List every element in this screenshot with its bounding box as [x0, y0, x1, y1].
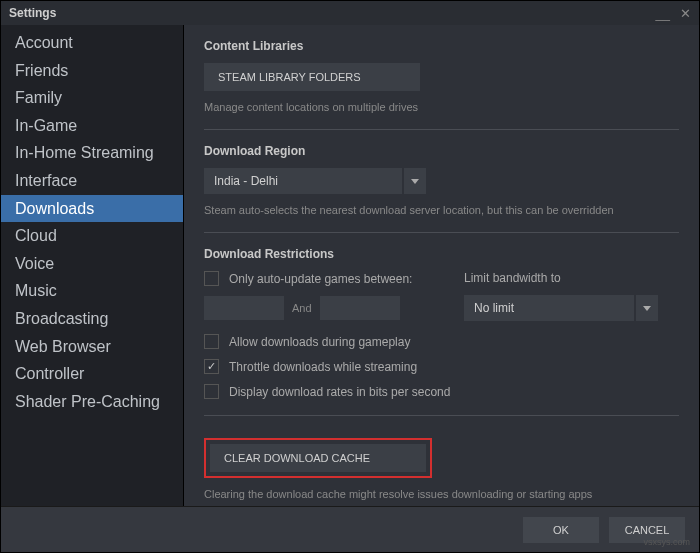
sidebar-item-in-game[interactable]: In-Game: [1, 112, 183, 140]
window-title: Settings: [9, 6, 56, 20]
download-region-select[interactable]: India - Delhi: [204, 168, 679, 194]
throttle-streaming-checkbox[interactable]: [204, 359, 219, 374]
steam-library-folders-button[interactable]: STEAM LIBRARY FOLDERS: [204, 63, 420, 91]
content-libraries-hint: Manage content locations on multiple dri…: [204, 101, 679, 113]
titlebar: Settings __ ✕: [1, 1, 699, 25]
sidebar-item-family[interactable]: Family: [1, 84, 183, 112]
divider: [204, 415, 679, 416]
allow-gameplay-row: Allow downloads during gameplay: [204, 334, 679, 349]
sidebar-item-downloads[interactable]: Downloads: [1, 195, 183, 223]
watermark: vsxsys.com: [643, 537, 690, 547]
minimize-icon[interactable]: __: [656, 6, 670, 21]
download-region-hint: Steam auto-selects the nearest download …: [204, 204, 679, 216]
auto-update-row: Only auto-update games between:: [204, 271, 434, 286]
sidebar-item-friends[interactable]: Friends: [1, 57, 183, 85]
allow-gameplay-checkbox[interactable]: [204, 334, 219, 349]
sidebar-item-in-home-streaming[interactable]: In-Home Streaming: [1, 139, 183, 167]
chevron-down-icon: [411, 179, 419, 184]
divider: [204, 232, 679, 233]
window-controls: __ ✕: [656, 6, 691, 21]
time-range-row: And: [204, 296, 434, 320]
footer: OK CANCEL: [1, 506, 699, 552]
download-region-value[interactable]: India - Delhi: [204, 168, 402, 194]
bandwidth-select[interactable]: No limit: [464, 295, 679, 321]
sidebar: Account Friends Family In-Game In-Home S…: [1, 25, 184, 506]
restrictions-row: Only auto-update games between: And Limi…: [204, 271, 679, 334]
throttle-streaming-label: Throttle downloads while streaming: [229, 360, 417, 374]
close-icon[interactable]: ✕: [680, 6, 691, 21]
sidebar-item-web-browser[interactable]: Web Browser: [1, 333, 183, 361]
chevron-down-icon: [643, 306, 651, 311]
sidebar-item-account[interactable]: Account: [1, 29, 183, 57]
content-area: Account Friends Family In-Game In-Home S…: [1, 25, 699, 506]
display-bits-label: Display download rates in bits per secon…: [229, 385, 450, 399]
time-end-input[interactable]: [320, 296, 400, 320]
sidebar-item-music[interactable]: Music: [1, 277, 183, 305]
download-region-title: Download Region: [204, 144, 679, 158]
and-label: And: [292, 302, 312, 314]
ok-button[interactable]: OK: [523, 517, 599, 543]
allow-gameplay-label: Allow downloads during gameplay: [229, 335, 410, 349]
display-bits-checkbox[interactable]: [204, 384, 219, 399]
content-libraries-title: Content Libraries: [204, 39, 679, 53]
main-panel: Content Libraries STEAM LIBRARY FOLDERS …: [184, 25, 699, 506]
download-region-dropdown-button[interactable]: [404, 168, 426, 194]
time-start-input[interactable]: [204, 296, 284, 320]
download-restrictions-title: Download Restrictions: [204, 247, 679, 261]
clear-cache-highlight: CLEAR DOWNLOAD CACHE: [204, 438, 432, 478]
limit-bandwidth-label: Limit bandwidth to: [464, 271, 679, 285]
clear-cache-hint: Clearing the download cache might resolv…: [204, 488, 679, 500]
sidebar-item-broadcasting[interactable]: Broadcasting: [1, 305, 183, 333]
settings-window: Settings __ ✕ Account Friends Family In-…: [0, 0, 700, 553]
throttle-streaming-row: Throttle downloads while streaming: [204, 359, 679, 374]
clear-download-cache-button[interactable]: CLEAR DOWNLOAD CACHE: [210, 444, 426, 472]
restrictions-left-col: Only auto-update games between: And: [204, 271, 434, 334]
divider: [204, 129, 679, 130]
sidebar-item-voice[interactable]: Voice: [1, 250, 183, 278]
sidebar-item-shader-pre-caching[interactable]: Shader Pre-Caching: [1, 388, 183, 416]
display-bits-row: Display download rates in bits per secon…: [204, 384, 679, 399]
sidebar-item-cloud[interactable]: Cloud: [1, 222, 183, 250]
sidebar-item-controller[interactable]: Controller: [1, 360, 183, 388]
restrictions-right-col: Limit bandwidth to No limit: [464, 271, 679, 334]
auto-update-checkbox[interactable]: [204, 271, 219, 286]
auto-update-label: Only auto-update games between:: [229, 272, 412, 286]
sidebar-item-interface[interactable]: Interface: [1, 167, 183, 195]
bandwidth-value[interactable]: No limit: [464, 295, 634, 321]
bandwidth-dropdown-button[interactable]: [636, 295, 658, 321]
